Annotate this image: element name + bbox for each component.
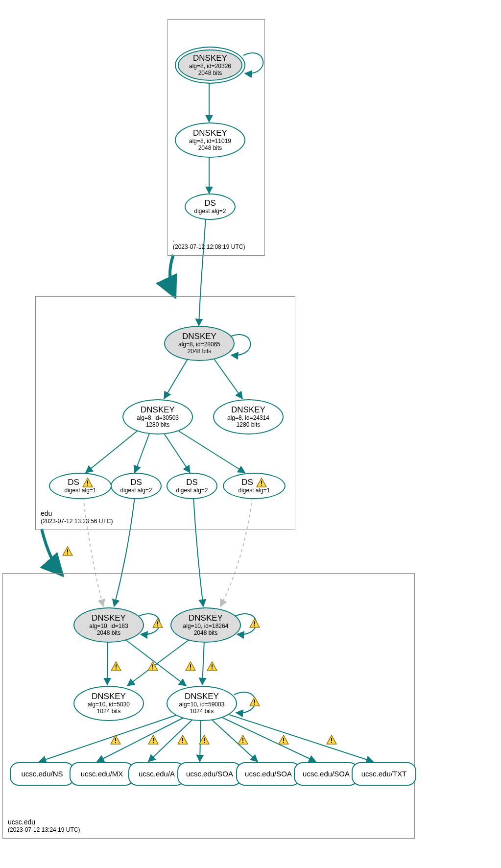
- edu-dnskey-24314: DNSKEY alg=8, id=24314 1280 bits: [213, 399, 284, 434]
- node-alg: alg=10, id=5030: [88, 701, 130, 708]
- node-title: DNSKEY: [189, 613, 223, 623]
- rr-label: ucsc.edu/SOA: [303, 770, 350, 778]
- zone-root-domain: .: [173, 235, 245, 243]
- root-dnskey-20326: DNSKEY alg=8, id=20326 2048 bits: [175, 47, 245, 84]
- warning-icon: [62, 546, 73, 556]
- rr-label: ucsc.edu/MX: [81, 770, 123, 778]
- zone-edu-label: edu (2023-07-12 13:23:56 UTC): [41, 509, 113, 526]
- rr-txt: ucsc.edu/TXT: [352, 762, 416, 786]
- zone-root-timestamp: (2023-07-12 12:08:19 UTC): [173, 243, 245, 251]
- root-ds: DS digest alg=2: [185, 193, 236, 220]
- warning-icon: [111, 661, 121, 671]
- node-alg: alg=8, id=30503: [137, 415, 179, 422]
- node-title: DS: [68, 478, 79, 487]
- zone-root-label: . (2023-07-12 12:08:19 UTC): [173, 235, 245, 251]
- node-alg: alg=8, id=24314: [227, 415, 269, 422]
- edu-ds-2: DS digest alg=2: [111, 473, 162, 499]
- warning-icon: [249, 697, 260, 706]
- zone-ucsc-label: ucsc.edu (2023-07-12 13:24:19 UTC): [8, 818, 80, 834]
- node-bits: 1024 bits: [190, 708, 214, 715]
- node-digest: digest alg=1: [64, 487, 96, 494]
- rr-mx: ucsc.edu/MX: [70, 762, 134, 786]
- rr-label: ucsc.edu/TXT: [361, 770, 407, 778]
- warning-icon: [249, 618, 260, 628]
- node-bits: 1280 bits: [237, 422, 261, 429]
- ucsc-dnskey-5030: DNSKEY alg=10, id=5030 1024 bits: [73, 686, 144, 721]
- node-digest: digest alg=1: [238, 487, 270, 494]
- warning-icon: [326, 735, 337, 745]
- edu-ds-1: DS digest alg=1: [49, 473, 112, 499]
- node-title: DNSKEY: [92, 692, 126, 701]
- node-bits: 1280 bits: [146, 422, 170, 429]
- node-title: DS: [241, 478, 253, 487]
- rr-label: ucsc.edu/SOA: [186, 770, 233, 778]
- rr-ns: ucsc.edu/NS: [10, 762, 74, 786]
- node-alg: alg=10, id=18264: [183, 623, 229, 630]
- node-title: DNSKEY: [141, 405, 175, 415]
- node-alg: alg=8, id=20326: [189, 63, 231, 70]
- warning-icon: [199, 735, 210, 745]
- node-title: DNSKEY: [193, 128, 227, 138]
- root-dnskey-11019: DNSKEY alg=8, id=11019 2048 bits: [175, 122, 245, 158]
- node-title: DNSKEY: [193, 53, 227, 63]
- zone-edu-timestamp: (2023-07-12 13:23:56 UTC): [41, 518, 113, 526]
- zone-edu-domain: edu: [41, 509, 113, 518]
- edu-ds-4: DS digest alg=1: [223, 473, 286, 499]
- node-title: DS: [204, 198, 216, 208]
- warning-icon: [110, 735, 121, 745]
- node-digest: digest alg=2: [120, 487, 152, 494]
- zone-ucsc-domain: ucsc.edu: [8, 818, 80, 826]
- warning-icon: [185, 661, 196, 671]
- node-bits: 2048 bits: [188, 348, 212, 355]
- warning-icon: [207, 661, 217, 671]
- node-bits: 2048 bits: [198, 145, 222, 152]
- warning-icon: [278, 735, 289, 745]
- dnssec-diagram: . (2023-07-12 12:08:19 UTC) edu (2023-07…: [0, 0, 501, 868]
- ucsc-dnskey-18264: DNSKEY alg=10, id=18264 2048 bits: [170, 607, 241, 643]
- node-alg: alg=8, id=11019: [189, 138, 231, 145]
- node-title: DNSKEY: [185, 692, 219, 701]
- ucsc-dnskey-59003: DNSKEY alg=10, id=59003 1024 bits: [167, 686, 237, 721]
- node-title: DNSKEY: [231, 405, 265, 415]
- warning-icon: [238, 735, 248, 745]
- rr-label: ucsc.edu/SOA: [245, 770, 292, 778]
- warning-icon: [82, 478, 93, 487]
- node-title: DNSKEY: [182, 332, 216, 341]
- edu-dnskey-30503: DNSKEY alg=8, id=30503 1280 bits: [122, 399, 193, 434]
- ucsc-dnskey-183: DNSKEY alg=10, id=183 2048 bits: [73, 607, 144, 643]
- rr-a: ucsc.edu/A: [128, 762, 185, 786]
- rr-soa3: ucsc.edu/SOA: [294, 762, 358, 786]
- edu-dnskey-28065: DNSKEY alg=8, id=28065 2048 bits: [164, 326, 235, 361]
- warning-icon: [152, 618, 163, 628]
- warning-icon: [256, 478, 267, 487]
- rr-soa2: ucsc.edu/SOA: [236, 762, 301, 786]
- node-alg: alg=10, id=183: [89, 623, 128, 630]
- warning-icon: [177, 735, 188, 745]
- rr-soa1: ucsc.edu/SOA: [177, 762, 242, 786]
- rr-label: ucsc.edu/NS: [21, 770, 63, 778]
- node-bits: 1024 bits: [97, 708, 121, 715]
- edu-ds-3: DS digest alg=2: [167, 473, 217, 499]
- warning-icon: [148, 735, 159, 745]
- zone-ucsc-timestamp: (2023-07-12 13:24:19 UTC): [8, 826, 80, 834]
- node-alg: alg=10, id=59003: [179, 701, 225, 708]
- node-title: DNSKEY: [92, 613, 126, 623]
- node-digest: digest alg=2: [194, 208, 226, 215]
- node-title: DS: [130, 478, 142, 487]
- node-bits: 2048 bits: [198, 70, 222, 77]
- warning-icon: [147, 661, 158, 671]
- node-title: DS: [186, 478, 198, 487]
- node-alg: alg=8, id=28065: [178, 341, 220, 348]
- node-digest: digest alg=2: [176, 487, 208, 494]
- node-bits: 2048 bits: [97, 630, 121, 637]
- rr-label: ucsc.edu/A: [139, 770, 175, 778]
- node-bits: 2048 bits: [194, 630, 218, 637]
